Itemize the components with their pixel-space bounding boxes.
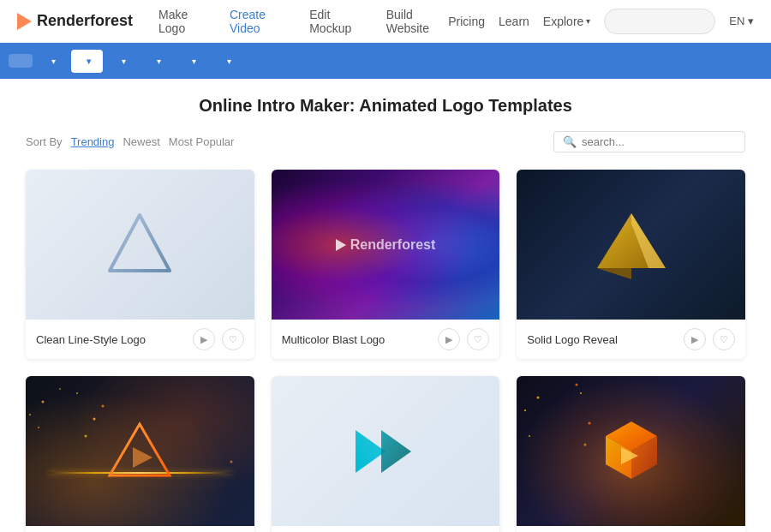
svg-point-9 (38, 427, 39, 428)
nav-learn[interactable]: Learn (499, 15, 529, 28)
card-footer-multicolor-blast: Multicolor Blast Logo ▶ ♡ (272, 320, 500, 359)
template-name-solid-reveal: Solid Logo Reveal (527, 333, 618, 346)
nav-make-logo[interactable]: Make Logo (158, 8, 209, 35)
card-footer-clean-line: Clean Line-Style Logo ▶ ♡ (26, 320, 254, 359)
watermark-text: Renderforest (350, 237, 436, 253)
template-thumb-clean-line (26, 170, 254, 320)
top-nav-right: Pricing Learn Explore ▾ EN ▾ (448, 9, 754, 34)
nav-create-video[interactable]: Create Video (230, 8, 289, 35)
cat-slideshow[interactable]: ▾ (106, 50, 138, 73)
category-navigation: ▾ ▾ ▾ ▾ ▾ ▾ (0, 43, 771, 79)
svg-marker-5 (133, 447, 152, 468)
template-thumb-blazing-cube (517, 376, 745, 526)
svg-point-22 (580, 392, 582, 394)
template-thumb-solid-reveal (517, 170, 745, 320)
template-card-solid-reveal[interactable]: Solid Logo Reveal ▶ ♡ (517, 170, 745, 359)
card-footer-quick-logo: Quick Logo Animation ▶ ♡ (272, 526, 500, 532)
template-thumb-multicolor-blast: Renderforest (272, 170, 500, 320)
sort-trending[interactable]: Trending (71, 135, 115, 148)
line-triangle-icon (101, 206, 178, 284)
template-thumb-glitterdust (26, 376, 254, 526)
language-selector[interactable]: EN ▾ (729, 15, 754, 27)
svg-marker-4 (110, 424, 170, 475)
play-button-solid-reveal[interactable]: ▶ (684, 328, 706, 350)
svg-point-26 (524, 409, 526, 411)
template-card-blazing-cube[interactable]: Blazing Cube Logo ▶ ♡ (517, 376, 745, 532)
svg-marker-15 (356, 430, 386, 473)
tags-chevron-icon: ▾ (227, 57, 231, 66)
gold-triangle-icon (589, 206, 674, 284)
svg-point-12 (102, 405, 105, 408)
svg-point-6 (42, 401, 45, 403)
play-button-clean-line[interactable]: ▶ (193, 328, 215, 350)
cat-tags[interactable]: ▾ (212, 50, 243, 73)
logo-watermark: Renderforest (336, 237, 436, 253)
svg-point-21 (537, 397, 540, 399)
search-area: 🔍 (553, 131, 745, 152)
sort-bar: Sort By Trending Newest Most Popular 🔍 (26, 131, 745, 152)
template-thumb-quick-logo (272, 376, 500, 526)
svg-point-13 (29, 414, 31, 415)
card-actions-solid-reveal: ▶ ♡ (684, 328, 735, 350)
cat-presentations[interactable]: ▾ (141, 50, 173, 73)
top-navigation: Renderforest Make Logo Create Video Edit… (0, 0, 771, 43)
cat-music-vis[interactable]: ▾ (176, 50, 208, 73)
nav-pricing[interactable]: Pricing (448, 15, 485, 28)
like-button-solid-reveal[interactable]: ♡ (713, 328, 735, 350)
card-actions-clean-line: ▶ ♡ (193, 328, 244, 350)
svg-point-25 (584, 444, 587, 446)
brand-name: Renderforest (37, 12, 133, 30)
card-footer-blazing-cube: Blazing Cube Logo ▶ ♡ (517, 526, 745, 532)
svg-marker-16 (381, 430, 411, 473)
template-card-clean-line[interactable]: Clean Line-Style Logo ▶ ♡ (26, 170, 254, 359)
cat-animation-videos[interactable]: ▾ (36, 50, 68, 73)
sort-most-popular[interactable]: Most Popular (169, 135, 235, 148)
explore-chevron-icon: ▾ (586, 16, 590, 26)
svg-point-7 (76, 392, 78, 394)
nav-explore[interactable]: Explore ▾ (543, 15, 590, 28)
slideshow-chevron-icon: ▾ (122, 57, 126, 66)
cat-all[interactable] (9, 54, 33, 68)
svg-point-14 (230, 461, 233, 463)
blazing-cube-icon (589, 409, 674, 494)
teal-logo-icon (347, 413, 424, 490)
search-input[interactable] (582, 135, 736, 148)
top-nav-links: Make Logo Create Video Edit Mockup Build… (158, 8, 448, 35)
intros-logos-chevron-icon: ▾ (87, 57, 91, 66)
sort-newest[interactable]: Newest (123, 135, 159, 148)
logo-icon (17, 13, 32, 30)
svg-marker-3 (597, 268, 631, 279)
top-search-input[interactable] (604, 9, 715, 34)
glitter-triangle-icon (105, 417, 174, 486)
presentations-chevron-icon: ▾ (157, 57, 161, 66)
svg-point-24 (529, 435, 530, 437)
nav-edit-mockup[interactable]: Edit Mockup (309, 8, 366, 35)
like-button-multicolor-blast[interactable]: ♡ (467, 328, 489, 350)
template-name-clean-line: Clean Line-Style Logo (36, 333, 146, 346)
animation-videos-chevron-icon: ▾ (51, 57, 56, 66)
template-grid: Clean Line-Style Logo ▶ ♡ Renderforest M… (26, 170, 745, 532)
template-card-quick-logo[interactable]: Quick Logo Animation ▶ ♡ (272, 376, 500, 532)
svg-point-27 (576, 384, 578, 386)
search-icon: 🔍 (563, 135, 577, 148)
card-footer-solid-reveal: Solid Logo Reveal ▶ ♡ (517, 320, 745, 359)
card-footer-glitterdust: Glitterdust Logo Reveal ▶ ♡ (26, 526, 254, 532)
nav-build-website[interactable]: Build Website (386, 8, 449, 35)
cat-intros-logos[interactable]: ▾ (71, 50, 103, 73)
watermark-play-icon (336, 239, 346, 251)
sort-label: Sort By (26, 135, 63, 148)
logo[interactable]: Renderforest (17, 12, 133, 30)
svg-marker-0 (110, 215, 170, 271)
music-vis-chevron-icon: ▾ (192, 57, 196, 66)
main-content: Online Intro Maker: Animated Logo Templa… (0, 79, 771, 532)
template-name-multicolor-blast: Multicolor Blast Logo (282, 333, 386, 346)
svg-point-11 (59, 388, 61, 390)
svg-point-8 (93, 418, 96, 421)
page-title: Online Intro Maker: Animated Logo Templa… (26, 96, 745, 116)
template-card-glitterdust[interactable]: Glitterdust Logo Reveal ▶ ♡ (26, 376, 254, 532)
play-button-multicolor-blast[interactable]: ▶ (438, 328, 460, 350)
card-actions-multicolor-blast: ▶ ♡ (438, 328, 489, 350)
like-button-clean-line[interactable]: ♡ (222, 328, 244, 350)
template-card-multicolor-blast[interactable]: Renderforest Multicolor Blast Logo ▶ ♡ (272, 170, 500, 359)
svg-point-10 (85, 435, 87, 438)
